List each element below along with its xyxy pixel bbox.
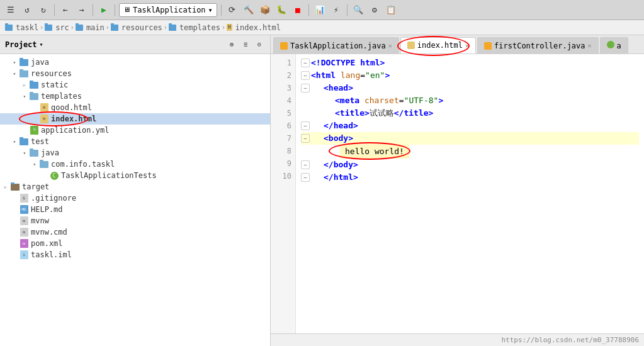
toolbar-settings-btn[interactable]: ⚙: [368, 3, 381, 17]
tree-taskl-iml[interactable]: ▶ i taskl.iml: [0, 249, 270, 260]
fold-7[interactable]: −: [301, 134, 310, 143]
head-open: <head>: [311, 82, 353, 94]
toolbar-vcs-btn[interactable]: 📋: [384, 3, 398, 17]
bc-arrow-4: ›: [164, 24, 167, 31]
editor-area: 1 2 3 4 5 6 7 8 9 10 − <!DOCTYPE html>: [271, 54, 644, 333]
toolbar-back-btn[interactable]: ←: [59, 3, 72, 17]
mvnw-cmd-icon: m: [19, 227, 29, 237]
tree-application-yml[interactable]: ▶ 🍃 application.yml: [0, 125, 270, 136]
index-html-icon: H: [39, 114, 49, 124]
code-line-4: <meta charset="UTF-8">: [301, 94, 639, 107]
gitignore-icon: G: [19, 193, 29, 203]
tree-static[interactable]: ▶ static: [0, 79, 270, 91]
tree-resources[interactable]: ▾ resources: [0, 68, 270, 79]
line-num-1: 1: [271, 57, 291, 69]
toolbar-sep-1: [54, 4, 55, 16]
tab-controller-label: firstController.java: [494, 42, 585, 50]
code-line-9: − </body>: [301, 159, 639, 171]
iml-label: taskl.iml: [31, 250, 72, 259]
iml-icon: i: [19, 250, 29, 260]
bc-index-html[interactable]: H index.html: [227, 23, 281, 32]
panel-gear-btn[interactable]: ⚙: [254, 39, 265, 50]
toolbar-redo-btn[interactable]: ↻: [37, 3, 50, 17]
toolbar-deploy-btn[interactable]: 📦: [258, 3, 272, 17]
bc-resources-icon: [111, 25, 118, 31]
fold-2[interactable]: −: [301, 71, 310, 80]
static-arrow: ▶: [20, 81, 29, 89]
app-name-dropdown[interactable]: 🖥 TasklApplication ▾: [119, 3, 217, 17]
title-tag: <title>试试略</title>: [310, 107, 433, 120]
tab-index-close[interactable]: ✕: [465, 42, 469, 49]
tree-taskl-tests[interactable]: ▶ C TasklApplicationTests: [0, 170, 270, 181]
bc-main[interactable]: main: [76, 23, 105, 32]
tab-taskl-close[interactable]: ✕: [388, 42, 392, 49]
editor-tabs: TasklApplication.java ✕ index.html ✕ fir…: [271, 35, 644, 54]
toolbar-forward-btn[interactable]: →: [75, 3, 89, 17]
fold-3[interactable]: −: [301, 84, 310, 92]
gitignore-label: .gitignore: [31, 194, 76, 203]
tree-target[interactable]: ▶ target: [0, 181, 270, 193]
tree-com-info-taskl[interactable]: ▾ com.info.taskl: [0, 159, 270, 170]
resources-arrow: ▾: [10, 69, 19, 78]
toolbar-refresh-btn[interactable]: ⟳: [225, 3, 239, 17]
fold-1[interactable]: −: [301, 59, 310, 67]
tree-gitignore[interactable]: ▶ G .gitignore: [0, 193, 270, 204]
tree-test[interactable]: ▾ test: [0, 136, 270, 147]
tree-mvnw[interactable]: ▶ m mvnw: [0, 215, 270, 226]
toolbar-sep-6: [347, 4, 347, 16]
target-folder-icon: [10, 182, 20, 192]
bc-resources[interactable]: resources: [111, 23, 162, 32]
line-num-2: 2: [271, 69, 291, 82]
tab-overflow-label: a: [617, 42, 621, 50]
good-html-icon: H: [39, 103, 49, 113]
bottom-bar: https://blog.csdn.net/m0_37788906: [271, 333, 644, 346]
tab-index-html[interactable]: index.html ✕: [400, 37, 476, 53]
tree-java[interactable]: ▾ java: [0, 57, 270, 68]
toolbar-profile-btn[interactable]: ⚡: [329, 3, 343, 17]
toolbar-stop-btn[interactable]: ■: [291, 3, 305, 17]
tree-templates[interactable]: ▾ templates: [0, 91, 270, 102]
tab-controller-close[interactable]: ✕: [588, 42, 592, 49]
tree-mvnw-cmd[interactable]: ▶ m mvnw.cmd: [0, 226, 270, 238]
hello-world-text: hello world!: [340, 145, 409, 159]
fold-10[interactable]: −: [301, 173, 310, 182]
html-open: <html lang="en">: [311, 69, 390, 82]
tree-test-java[interactable]: ▾ java: [0, 147, 270, 159]
static-label: static: [41, 81, 68, 89]
tab-html-icon: [407, 42, 415, 49]
panel-globe-btn[interactable]: ⊕: [226, 39, 237, 50]
toolbar-coverage-btn[interactable]: 📊: [313, 3, 327, 17]
tree-good-html[interactable]: ▶ H good.html: [0, 102, 270, 113]
tree-index-html[interactable]: ▶ H index.html: [0, 113, 270, 125]
bc-templates[interactable]: templates: [169, 23, 220, 32]
project-dropdown-arrow[interactable]: ▾: [40, 41, 43, 48]
toolbar-debug-btn[interactable]: 🐛: [274, 3, 288, 17]
toolbar-run-btn[interactable]: ▶: [97, 3, 111, 17]
fold-6[interactable]: −: [301, 121, 310, 130]
toolbar-search-btn[interactable]: 🔍: [351, 3, 365, 17]
tree-help-md[interactable]: ▶ MD HELP.md: [0, 204, 270, 215]
toolbar-sep-4: [221, 4, 222, 16]
pom-label: pom.xml: [31, 239, 63, 248]
toolbar-undo-btn[interactable]: ↺: [20, 3, 34, 17]
tab-taskl-application[interactable]: TasklApplication.java ✕: [273, 37, 399, 53]
panel-layout-btn[interactable]: ≡: [240, 39, 251, 50]
toolbar-sep-5: [308, 4, 309, 16]
line-num-7: 7: [271, 132, 291, 145]
tab-overflow[interactable]: a: [600, 37, 628, 53]
resources-label: resources: [31, 69, 72, 78]
right-panel: TasklApplication.java ✕ index.html ✕ fir…: [271, 35, 644, 346]
head-close: </head>: [311, 120, 358, 132]
bc-arrow-1: ›: [40, 24, 43, 31]
toolbar-menu-btn[interactable]: ☰: [4, 3, 18, 17]
bc-taskl[interactable]: taskl: [5, 23, 38, 32]
code-line-8: hello world!: [301, 145, 639, 159]
tree-pom-xml[interactable]: ▶ m pom.xml: [0, 238, 270, 249]
toolbar-build-btn[interactable]: 🔨: [242, 3, 256, 17]
bc-src[interactable]: src: [45, 23, 69, 32]
fold-9[interactable]: −: [301, 160, 310, 169]
tab-first-controller[interactable]: firstController.java ✕: [477, 37, 599, 53]
code-area[interactable]: − <!DOCTYPE html> − <html lang="en"> − <…: [296, 54, 644, 333]
tab-index-label: index.html: [417, 41, 463, 50]
com-folder-icon: [39, 159, 49, 169]
